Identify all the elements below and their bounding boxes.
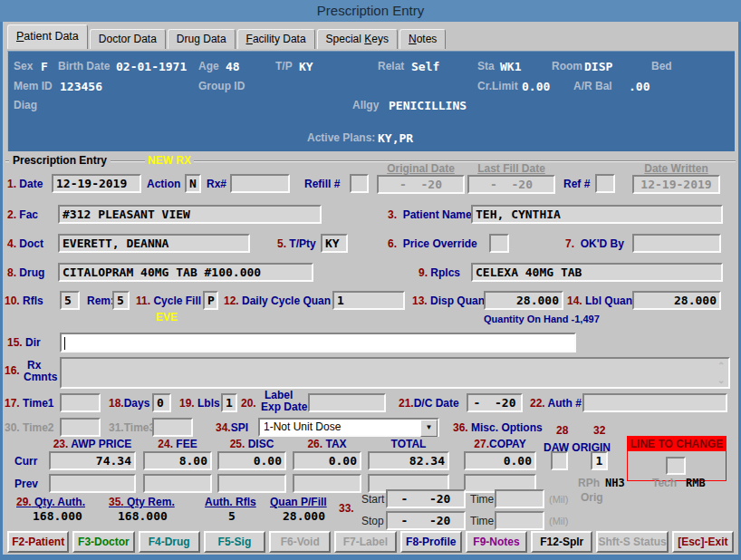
esc-exit-button[interactable]: [Esc]-Exit	[672, 531, 734, 553]
tab-notes[interactable]: Notes	[399, 29, 446, 49]
disp-quan-field[interactable]: 28.000	[484, 291, 563, 310]
rx-cmnts-label-line1: Rx	[27, 359, 41, 372]
rx-number-label: Rx#	[207, 178, 226, 190]
last-fill-date-label: Last Fill Date	[467, 162, 555, 175]
daw-field[interactable]	[551, 451, 568, 470]
rfls-field[interactable]: 5	[60, 291, 80, 310]
window-border-bottom	[0, 555, 741, 560]
curr-copay-field[interactable]: 0.00	[464, 451, 536, 470]
scroll-up-icon[interactable]: ⌃	[717, 362, 725, 371]
f3-doctor-button[interactable]: F3-Doctor	[72, 531, 134, 553]
text-cursor	[64, 337, 65, 350]
patient-name-field[interactable]: TEH, CYNTHIA	[471, 205, 723, 224]
line-to-change-field[interactable]	[666, 457, 686, 475]
rx-number-field[interactable]	[230, 174, 290, 193]
refill-number-field[interactable]	[350, 174, 369, 193]
curr-tax-field[interactable]: 0.00	[293, 451, 361, 470]
action-field[interactable]: N	[185, 174, 201, 193]
dc-date-field[interactable]: - -20	[467, 393, 523, 412]
f12-splr-button[interactable]: F12-Splr	[531, 531, 592, 553]
tab-label: Facility Data	[246, 33, 306, 45]
rem-field[interactable]: 5	[112, 291, 130, 310]
group-id-label: Group ID	[198, 80, 245, 92]
doct-field[interactable]: EVERETT, DEANNA	[58, 234, 250, 253]
label-exp-date-field[interactable]	[308, 393, 386, 412]
groupbox-title: Prescription Entry	[9, 154, 111, 167]
f5-sig-button[interactable]: F5-Sig	[204, 531, 265, 553]
sta-value: WK1	[500, 60, 521, 73]
tab-patient-data[interactable]: Patient Data	[7, 24, 88, 49]
curr-fee-field[interactable]: 8.00	[143, 451, 212, 470]
lbl-quan-field[interactable]: 28.000	[632, 291, 721, 310]
function-button-bar: F2-Patient F3-Doctor F4-Drug F5-Sig F6-V…	[7, 531, 734, 553]
tp-label: T/P	[275, 60, 293, 72]
lbls-field[interactable]: 1	[221, 393, 237, 412]
date-field[interactable]: 12-19-2019	[52, 174, 141, 193]
original-date-field: - -20	[377, 175, 465, 194]
tab-doctor-data[interactable]: Doctor Data	[90, 29, 166, 49]
age-label: Age	[198, 60, 219, 72]
spi-selected-value: 1-Not Unit Dose	[264, 420, 341, 433]
origin-field[interactable]: 1	[591, 451, 608, 470]
curr-disc-field[interactable]: 0.00	[217, 451, 286, 470]
tpty-field[interactable]: KY	[321, 234, 348, 253]
patient-summary-panel: Sex F Birth Date 02-01-1971 Age 48 T/P K…	[7, 51, 735, 151]
curr-label: Curr	[14, 455, 37, 468]
tab-facility-data[interactable]: Facility Data	[237, 29, 315, 49]
tp-value: KY	[299, 60, 313, 73]
action-label: Action	[147, 178, 180, 190]
rem-label: Rem:	[87, 294, 114, 307]
stop-date-field[interactable]: - -20	[386, 511, 466, 530]
sex-value: F	[41, 60, 48, 73]
label-exp-label-line1: Label	[265, 389, 293, 401]
mem-id-value: 123456	[60, 80, 102, 93]
start-date-field[interactable]: - -20	[386, 489, 466, 508]
price-override-field[interactable]	[489, 234, 509, 253]
stop-time-label: Time	[470, 515, 494, 527]
drug-field[interactable]: CITALOPRAM 40MG TAB #100.000	[58, 263, 313, 282]
chevron-down-icon[interactable]: ▼	[420, 420, 438, 437]
ar-bal-value: .00	[629, 80, 650, 93]
auth-number-label: 22. Auth #	[530, 397, 582, 410]
time1-field[interactable]	[60, 393, 101, 412]
daily-cycle-quan-field[interactable]: 1	[332, 291, 405, 310]
curr-awp-field[interactable]: 74.34	[49, 451, 136, 470]
scroll-down-icon[interactable]: ⌄	[717, 376, 725, 385]
start-time-field[interactable]	[495, 489, 544, 508]
f2-patient-button[interactable]: F2-Patient	[7, 531, 69, 553]
diag-label: Diag	[14, 99, 37, 111]
tab-special-keys[interactable]: Special Keys	[317, 29, 398, 49]
okd-by-field[interactable]	[632, 234, 721, 253]
tab-label: Drug Data	[177, 33, 226, 45]
f9-notes-button[interactable]: F9-Notes	[466, 531, 527, 553]
ref-number-field[interactable]	[595, 174, 615, 193]
line-to-change-box: LINE TO CHANGE	[627, 436, 727, 481]
sta-label: Sta	[477, 60, 495, 72]
ar-bal-label: A/R Bal	[573, 80, 612, 92]
mem-id-label: Mem ID	[14, 80, 53, 92]
days-field[interactable]: 0	[152, 393, 171, 412]
room-label: Room	[552, 60, 582, 72]
tab-drug-data[interactable]: Drug Data	[168, 29, 236, 49]
fac-field[interactable]: #312 PLEASANT VIEW	[58, 205, 322, 224]
auth-rfls-value: 5	[228, 509, 236, 523]
stop-time-field[interactable]	[495, 511, 544, 530]
qty-rem-value: 168.000	[118, 509, 168, 523]
rplcs-field[interactable]: CELEXA 40MG TAB	[471, 263, 723, 282]
dir-field[interactable]	[60, 333, 576, 352]
tech-value: RMB	[686, 477, 706, 489]
spi-dropdown[interactable]: 1-Not Unit Dose ▼	[258, 418, 439, 437]
daw-num: 28	[556, 424, 568, 437]
auth-number-field[interactable]	[582, 393, 727, 412]
rx-cmnts-textarea[interactable]	[60, 357, 730, 389]
birth-date-value: 02-01-1971	[116, 60, 187, 73]
cycle-fill-field[interactable]: P	[203, 291, 218, 310]
f8-profile-button[interactable]: F8-Profile	[400, 531, 462, 553]
time2-field	[60, 418, 101, 437]
f4-drug-button[interactable]: F4-Drug	[139, 531, 200, 553]
total-header: TOTAL	[368, 438, 449, 450]
date-label: 1. Date	[7, 178, 43, 190]
allgy-label: Allgy	[352, 99, 379, 111]
cr-limit-value: 0.00	[522, 80, 550, 93]
curr-total-field[interactable]: 82.34	[368, 451, 449, 470]
